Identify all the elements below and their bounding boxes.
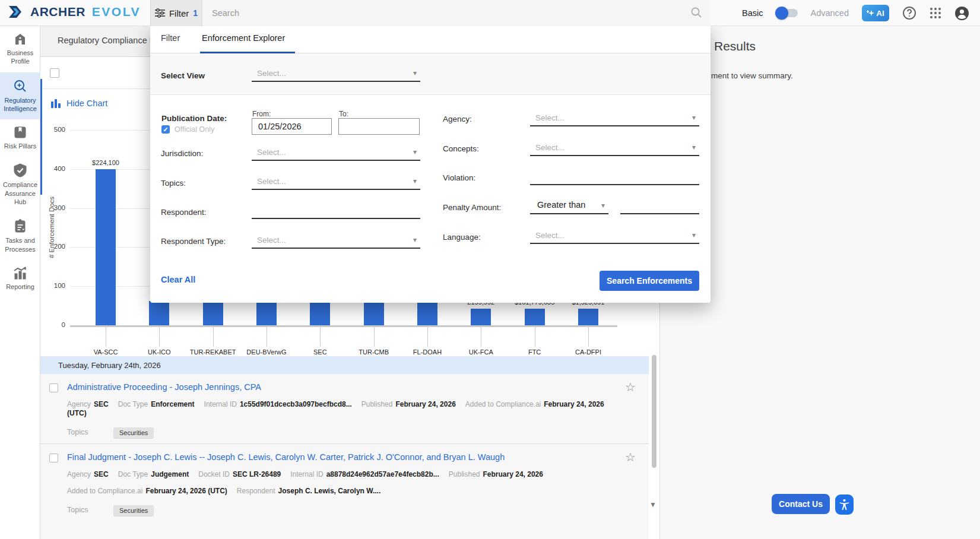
sidebar-item-risk-pillars[interactable]: Risk Pillars <box>0 119 40 157</box>
meta-value: SEC LR-26489 <box>233 470 281 478</box>
topic-chip[interactable]: Securities <box>113 505 154 516</box>
star-icon[interactable]: ☆ <box>625 380 636 394</box>
publication-date-label: Publication Date: <box>161 114 227 123</box>
chart-x-tick <box>320 325 321 347</box>
topic-chip[interactable]: Securities <box>113 427 154 438</box>
chart-bar <box>203 301 223 325</box>
agency-dropdown[interactable]: Select... ▾ <box>530 111 699 126</box>
chart-y-tick-label: 100 <box>40 282 65 289</box>
accessibility-icon[interactable] <box>835 494 854 515</box>
tab-regulatory-compliance[interactable]: Regulatory Compliance M <box>58 36 157 45</box>
penalty-amount-input[interactable] <box>620 199 699 214</box>
select-view-strip <box>150 53 711 95</box>
chevron-down-icon: ▾ <box>413 148 417 156</box>
topics-label: Topics <box>67 506 113 514</box>
chart-y-tick-label: 500 <box>40 126 65 133</box>
global-search-bar <box>203 0 711 26</box>
chart-x-tick <box>481 325 481 347</box>
meta-value: February 24, 2026 (UTC) <box>145 487 227 495</box>
language-label: Language: <box>443 233 481 242</box>
sparkle-icon <box>867 9 874 17</box>
app-window: ARCHER EVOLV Filter 1 Basic Advanced <box>0 0 980 539</box>
filter-button[interactable]: Filter 1 <box>150 0 202 26</box>
search-enforcements-button[interactable]: Search Enforcements <box>600 271 699 291</box>
account-icon[interactable] <box>954 6 969 21</box>
meta-label: Agency <box>67 400 91 408</box>
penalty-operator-dropdown[interactable]: Greater than ▾ <box>530 199 608 214</box>
basic-advanced-toggle[interactable] <box>776 9 798 17</box>
result-checkbox[interactable] <box>49 454 58 462</box>
basic-mode-label[interactable]: Basic <box>742 8 763 18</box>
result-meta-line-2: Added to Compliance.aiFebruary 24, 2026 … <box>67 487 623 496</box>
sidebar-item-business-profile[interactable]: Business Profile <box>0 26 40 72</box>
chart-bar <box>578 309 598 325</box>
concepts-dropdown[interactable]: Select... ▾ <box>530 141 699 156</box>
shield-check-icon <box>14 163 27 177</box>
tab-filter[interactable]: Filter <box>161 33 180 43</box>
topics-label: Topics <box>67 428 113 436</box>
sidebar-item-regulatory-intelligence[interactable]: Regulatory Intelligence <box>0 72 40 120</box>
result-meta-line: AgencySECDoc TypeEnforcementInternal ID1… <box>67 400 623 418</box>
topics-dropdown[interactable]: Select... ▾ <box>252 175 420 190</box>
to-date-box <box>338 118 420 135</box>
clear-all-link[interactable]: Clear All <box>161 275 195 284</box>
result-topics-line: Topics Securities <box>67 427 623 437</box>
jurisdiction-dropdown[interactable]: Select... ▾ <box>252 145 420 161</box>
respondent-input[interactable] <box>252 204 420 219</box>
meta-label: Published <box>449 470 480 478</box>
chart-y-tick-label: 300 <box>40 204 65 211</box>
archer-evolv-logo: ARCHER EVOLV <box>8 5 141 19</box>
list-scrollbar-thumb[interactable] <box>652 355 656 468</box>
agency-label: Agency: <box>443 115 472 123</box>
meta-value: Judgement <box>151 470 189 478</box>
tab-enforcement-explorer[interactable]: Enforcement Explorer <box>202 33 285 43</box>
jurisdiction-label: Jurisdiction: <box>161 149 203 158</box>
violation-input[interactable] <box>530 170 699 185</box>
scrollbar-down-arrow-icon[interactable]: ▼ <box>649 500 656 509</box>
help-icon[interactable] <box>902 6 916 20</box>
result-title-link[interactable]: Final Judgment - Joseph C. Lewis -- Jose… <box>67 452 505 462</box>
apps-grid-icon[interactable] <box>930 7 941 19</box>
logo-arrow-icon <box>8 5 26 18</box>
results-panel-hint: ment to view summary. <box>711 71 793 80</box>
result-title-link[interactable]: Administrative Proceeding - Joseph Jenni… <box>67 382 261 392</box>
brand-secondary: EVOLV <box>92 5 141 19</box>
ai-button[interactable]: AI <box>862 5 889 21</box>
sidebar-item-compliance-assurance-hub[interactable]: Compliance Assurance Hub <box>0 157 40 213</box>
select-all-checkbox[interactable] <box>50 68 59 78</box>
chart-bar <box>471 309 491 325</box>
brand-primary: ARCHER <box>30 5 85 19</box>
from-date-input[interactable] <box>252 119 331 134</box>
sidebar-item-reporting[interactable]: Reporting <box>0 260 40 297</box>
header-right-controls: Basic Advanced AI <box>742 0 969 26</box>
search-icon[interactable] <box>690 7 702 18</box>
sidebar-item-tasks-and-processes[interactable]: Tasks and Processes <box>0 213 40 260</box>
filter-button-label: Filter <box>169 8 189 18</box>
chart-x-tick <box>374 325 375 347</box>
select-view-dropdown[interactable]: Select... ▾ <box>252 66 420 82</box>
search-input[interactable] <box>212 0 675 26</box>
meta-label: Internal ID <box>204 400 237 408</box>
chart-bar <box>149 301 169 325</box>
chevron-down-icon: ▾ <box>413 236 417 244</box>
content-scroll-indicator[interactable] <box>40 79 42 195</box>
result-checkbox[interactable] <box>49 383 58 392</box>
result-meta-line: AgencySECDoc TypeJudgementDocket IDSEC L… <box>67 470 623 479</box>
select-view-label: Select View <box>161 71 205 80</box>
meta-value: February 24, 2026 <box>395 400 455 408</box>
contact-us-button[interactable]: Contact Us <box>772 494 830 514</box>
respondent-type-dropdown[interactable]: Select... ▾ <box>252 233 420 249</box>
toggle-knob[interactable] <box>775 7 788 20</box>
star-icon[interactable]: ☆ <box>625 450 636 464</box>
language-dropdown[interactable]: Select... ▾ <box>530 229 699 244</box>
chart-y-tick-label: 200 <box>40 243 65 250</box>
official-only-checkbox[interactable]: ✓ <box>161 125 170 134</box>
from-label: From: <box>252 110 271 118</box>
meta-value: February 24, 2026 <box>483 470 543 478</box>
respondent-label: Respondent: <box>161 208 207 217</box>
advanced-mode-label[interactable]: Advanced <box>811 8 849 18</box>
meta-label: Added to Compliance.ai <box>465 400 541 408</box>
to-date-input[interactable] <box>339 119 419 134</box>
meta-label: Docket ID <box>198 470 230 478</box>
hide-chart-link[interactable]: Hide Chart <box>50 99 107 108</box>
